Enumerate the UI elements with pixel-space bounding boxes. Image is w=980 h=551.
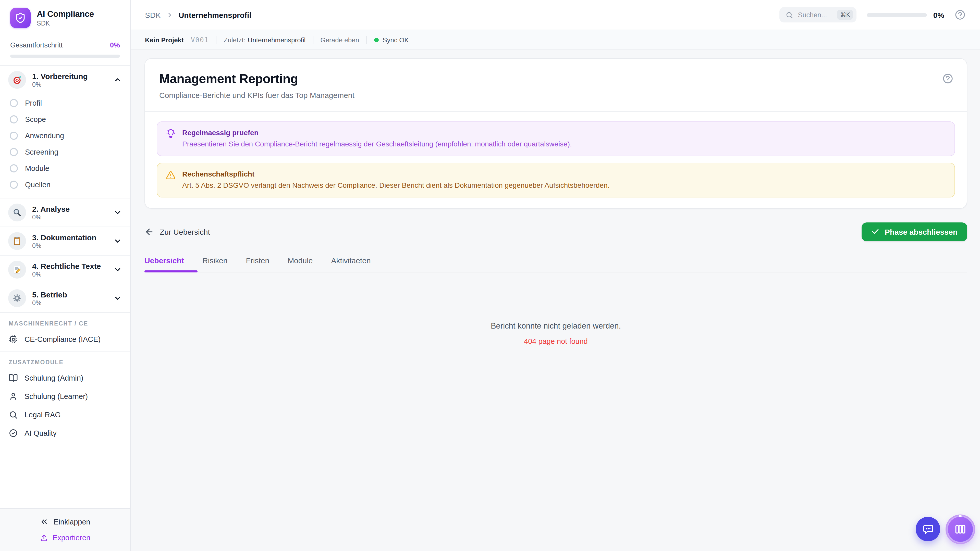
chat-fab-button[interactable]	[916, 517, 940, 541]
chat-bubble-icon	[922, 523, 934, 535]
header-progress-bar	[867, 13, 927, 17]
sidebar-item-ce-compliance[interactable]: CE-Compliance (IACE)	[0, 330, 130, 351]
callout-body: Praesentieren Sie den Compliance-Bericht…	[182, 139, 572, 149]
complete-phase-button[interactable]: Phase abschliessen	[862, 222, 967, 241]
question-circle-icon	[955, 9, 966, 21]
sidebar-item-ai-quality[interactable]: AI Quality	[0, 424, 130, 442]
tab-aktivitaeten[interactable]: Aktivitaeten	[331, 256, 371, 272]
radio-unchecked-icon	[10, 115, 18, 124]
question-circle-icon	[942, 73, 953, 84]
header-progress: 0%	[867, 11, 944, 19]
sidebar-item-scope[interactable]: Scope	[0, 111, 130, 127]
memo-pencil-icon	[8, 261, 26, 279]
detail-tabs: Uebersicht Risiken Fristen Module Aktivi…	[145, 256, 967, 272]
gear-icon	[8, 289, 26, 307]
sidebar-item-profil[interactable]: Profil	[0, 95, 130, 111]
upload-icon	[40, 534, 48, 542]
sidebar-section-vorbereitung[interactable]: 1. Vorbereitung 0%	[0, 66, 130, 94]
report-empty-state: Bericht konnte nicht geladen werden. 404…	[145, 321, 967, 345]
page-title: Management Reporting	[159, 71, 953, 86]
fab-badge-dot	[959, 515, 962, 517]
tab-risiken[interactable]: Risiken	[202, 256, 228, 272]
main-area: SDK Unternehmensprofil ⌘K 0%	[130, 0, 980, 551]
book-open-icon	[9, 373, 18, 383]
check-circle-icon	[9, 429, 18, 438]
sidebar-item-module[interactable]: Module	[0, 160, 130, 176]
sidebar-section-analyse[interactable]: 2. Analyse 0%	[0, 198, 130, 227]
vorbereitung-items: Profil Scope Anwendung Screening Module …	[0, 94, 130, 198]
section-percent: 0%	[32, 81, 107, 88]
callout-title: Rechenschaftspflicht	[182, 170, 610, 178]
last-label: Zuletzt:	[224, 36, 245, 44]
radio-unchecked-icon	[10, 164, 18, 172]
header-progress-value: 0%	[933, 11, 944, 19]
callout-tip: Regelmaessig pruefen Praesentieren Sie d…	[157, 121, 955, 156]
sidebar-footer: Einklappen Exportieren	[0, 508, 130, 551]
chevrons-left-icon	[40, 517, 48, 526]
app-root: AI Compliance SDK Gesamtfortschritt 0% 1…	[0, 0, 980, 551]
chevron-down-icon	[113, 265, 122, 274]
clipboard-icon	[8, 232, 26, 250]
group-label-maschinenrecht: MASCHINENRECHT / CE	[0, 313, 130, 330]
sidebar-item-anwendung[interactable]: Anwendung	[0, 127, 130, 144]
search-shortcut-kbd: ⌘K	[837, 10, 853, 20]
app-logo	[10, 8, 30, 28]
status-bar: Kein Projekt V001 Zuletzt: Unternehmensp…	[130, 30, 980, 50]
sidebar-item-schulung-admin[interactable]: Schulung (Admin)	[0, 369, 130, 387]
card-help-button[interactable]	[942, 73, 953, 84]
collapse-sidebar-button[interactable]: Einklappen	[40, 517, 90, 526]
sidebar-section-dokumentation[interactable]: 3. Dokumentation 0%	[0, 227, 130, 255]
callout-title: Regelmaessig pruefen	[182, 129, 572, 137]
overall-progress-bar	[10, 55, 120, 58]
chevron-down-icon	[113, 208, 122, 217]
version-badge: V001	[191, 36, 209, 44]
callout-body: Art. 5 Abs. 2 DSGVO verlangt den Nachwei…	[182, 181, 610, 190]
back-to-overview-link[interactable]: Zur Uebersicht	[145, 227, 210, 237]
tab-uebersicht[interactable]: Uebersicht	[145, 256, 184, 272]
chevron-up-icon	[113, 76, 122, 84]
app-name: AI Compliance	[37, 9, 94, 19]
last-saved-time: Gerade eben	[320, 36, 359, 44]
check-icon	[872, 228, 880, 236]
chevron-down-icon	[113, 294, 122, 303]
sidebar-section-rechtliche-texte[interactable]: 4. Rechtliche Texte 0%	[0, 255, 130, 284]
chevron-down-icon	[113, 237, 122, 245]
tab-fristen[interactable]: Fristen	[246, 256, 269, 272]
sidebar-item-legal-rag[interactable]: Legal RAG	[0, 406, 130, 424]
project-name: Kein Projekt	[145, 36, 184, 44]
app-variant: SDK	[37, 20, 94, 27]
chevron-right-icon	[166, 11, 173, 19]
global-search[interactable]: ⌘K	[780, 7, 857, 22]
sync-ok-dot-icon	[374, 38, 379, 42]
empty-state-message: Bericht konnte nicht geladen werden.	[145, 321, 967, 330]
sidebar-item-screening[interactable]: Screening	[0, 144, 130, 160]
magnifier-icon	[8, 203, 26, 221]
page-subtitle: Compliance-Berichte und KPIs fuer das To…	[159, 91, 953, 100]
sync-status: Sync OK	[374, 36, 409, 44]
callout-warning: Rechenschaftspflicht Art. 5 Abs. 2 DSGVO…	[157, 163, 955, 197]
shield-check-icon	[15, 12, 26, 24]
group-label-zusatzmodule: ZUSATZMODULE	[0, 351, 130, 369]
overall-progress-value: 0%	[110, 41, 120, 49]
columns-icon	[954, 523, 967, 536]
app-logo-row: AI Compliance SDK	[0, 0, 130, 35]
help-button[interactable]	[955, 9, 966, 21]
breadcrumb-root[interactable]: SDK	[145, 11, 161, 19]
page-content: Management Reporting Compliance-Berichte…	[130, 50, 980, 551]
sidebar-section-betrieb[interactable]: 5. Betrieb 0%	[0, 284, 130, 312]
sidebar-item-quellen[interactable]: Quellen	[0, 176, 130, 193]
lightbulb-icon	[166, 129, 176, 139]
search-icon	[786, 11, 794, 19]
empty-state-error: 404 page not found	[145, 337, 967, 345]
search-input[interactable]	[798, 11, 833, 19]
tab-module[interactable]: Module	[288, 256, 313, 272]
section-title: 1. Vorbereitung	[32, 72, 107, 80]
user-icon	[9, 392, 18, 401]
export-button[interactable]: Exportieren	[40, 534, 90, 542]
radio-unchecked-icon	[10, 99, 18, 107]
sidebar-item-schulung-learner[interactable]: Schulung (Learner)	[0, 387, 130, 406]
management-reporting-card: Management Reporting Compliance-Berichte…	[145, 58, 967, 209]
topbar: SDK Unternehmensprofil ⌘K 0%	[130, 0, 980, 30]
search-icon	[9, 410, 18, 419]
panel-fab-button[interactable]	[947, 516, 974, 543]
